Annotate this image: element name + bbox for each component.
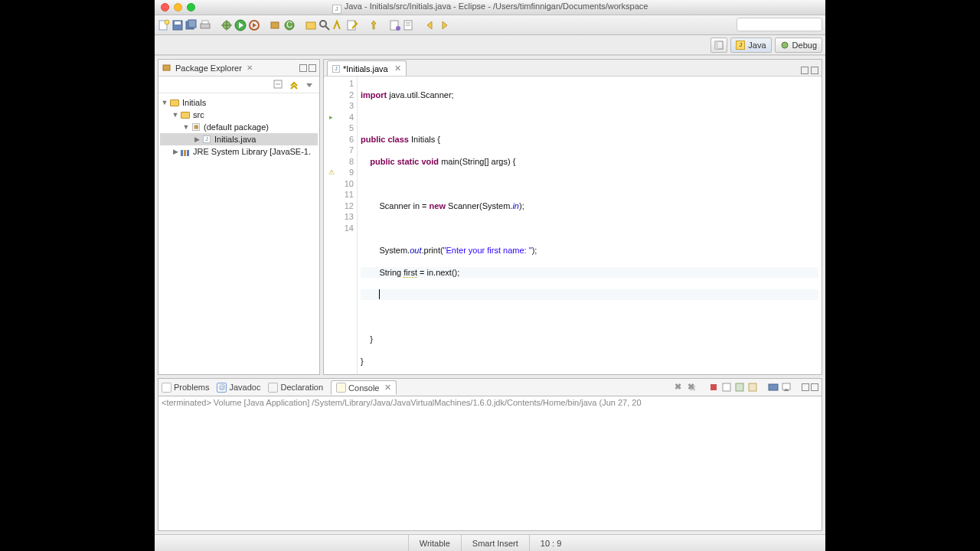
svg-rect-3	[175, 21, 181, 24]
tree-src[interactable]: ▼src	[160, 109, 318, 121]
tree-project[interactable]: ▼Initials	[160, 96, 318, 109]
open-perspective-button[interactable]	[710, 37, 727, 53]
svg-rect-32	[163, 65, 170, 70]
override-marker-icon: ▸	[324, 112, 338, 123]
collapse-all-icon[interactable]	[273, 80, 284, 90]
tree-jre-library[interactable]: ▶JRE System Library [JavaSE-1.	[160, 145, 318, 158]
display-console-icon[interactable]	[768, 382, 779, 393]
svg-rect-37	[723, 383, 730, 391]
warning-marker-icon[interactable]: ⚠	[324, 167, 338, 178]
new-class-icon[interactable]: C	[283, 19, 296, 31]
back-icon[interactable]	[424, 19, 436, 31]
maximize-view-icon[interactable]	[309, 64, 316, 72]
pin-icon[interactable]	[368, 19, 380, 31]
java-file-icon: J	[332, 65, 340, 73]
clear-console-icon[interactable]	[721, 382, 733, 393]
maximize-editor-icon[interactable]	[811, 67, 818, 74]
package-explorer-view: Package Explorer ✕ ▼Initials ▼src ▼▦(def…	[158, 59, 320, 375]
new-package-icon[interactable]	[270, 19, 282, 31]
toggle-mark-icon[interactable]	[332, 19, 345, 31]
package-explorer-header: Package Explorer ✕	[158, 60, 319, 77]
javadoc-tab[interactable]: @Javadoc	[217, 383, 260, 393]
package-explorer-toolbar	[158, 77, 319, 93]
view-menu-icon[interactable]	[304, 80, 315, 90]
workbench: Package Explorer ✕ ▼Initials ▼src ▼▦(def…	[155, 55, 825, 378]
editor-area: J *Initials.java ✕ ▸ ⚠	[323, 59, 822, 375]
svg-rect-6	[201, 24, 210, 28]
bottom-panel: Problems @Javadoc Declaration Console✕ ✖…	[158, 378, 822, 531]
console-toolbar: ✖ ✖	[675, 382, 818, 393]
java-perspective-button[interactable]: JJava	[730, 37, 771, 53]
svg-rect-36	[710, 384, 717, 390]
new-icon[interactable]	[158, 19, 170, 31]
svg-marker-28	[443, 21, 447, 29]
pin-console-icon[interactable]	[747, 382, 759, 393]
remove-all-launches-icon[interactable]: ✖	[688, 382, 699, 393]
text-cursor	[379, 289, 380, 299]
terminate-icon[interactable]	[708, 382, 720, 393]
svg-rect-7	[202, 21, 208, 24]
eclipse-window: JJava - Initials/src/Initials.java - Ecl…	[155, 0, 825, 551]
editor-tab-label: *Initials.java	[343, 64, 388, 73]
status-insert-mode: Smart Insert	[461, 535, 529, 551]
problems-tab[interactable]: Problems	[162, 383, 209, 393]
status-cursor-position: 10 : 9	[529, 535, 573, 551]
quick-access-input[interactable]	[737, 18, 822, 31]
forward-icon[interactable]	[438, 19, 450, 31]
maximize-bottom-icon[interactable]	[811, 383, 818, 391]
open-console-icon[interactable]	[781, 382, 792, 393]
close-console-icon[interactable]: ✕	[384, 383, 391, 393]
debug-perspective-button[interactable]: Debug	[775, 37, 822, 53]
main-toolbar: C	[155, 15, 825, 35]
editor-tab-initials[interactable]: J *Initials.java ✕	[327, 60, 407, 76]
minimize-editor-icon[interactable]	[801, 67, 808, 74]
close-view-icon[interactable]: ✕	[245, 64, 254, 73]
svg-point-23	[396, 26, 400, 31]
annotation-icon[interactable]	[346, 19, 358, 31]
line-numbers: 1234567891011121314	[339, 77, 358, 374]
svg-point-1	[165, 20, 169, 24]
close-tab-icon[interactable]: ✕	[394, 64, 401, 73]
svg-rect-30	[715, 41, 718, 49]
tree-package[interactable]: ▼▦(default package)	[160, 121, 318, 133]
svg-rect-5	[188, 20, 196, 28]
svg-rect-18	[306, 22, 315, 29]
declaration-tab[interactable]: Declaration	[268, 383, 323, 393]
editor-tabs: J *Initials.java ✕	[324, 60, 822, 77]
remove-launch-icon[interactable]: ✖	[675, 382, 686, 393]
task-list-icon[interactable]	[403, 19, 415, 31]
svg-point-31	[782, 42, 788, 48]
console-tab[interactable]: Console✕	[331, 380, 397, 395]
link-editor-icon[interactable]	[289, 80, 299, 90]
declaration-icon	[268, 383, 278, 393]
console-output[interactable]: <terminated> Volume [Java Application] /…	[158, 396, 822, 531]
scroll-lock-icon[interactable]	[734, 382, 746, 393]
svg-marker-27	[427, 21, 432, 29]
tree-file-initials[interactable]: ▶JInitials.java	[160, 133, 318, 145]
svg-rect-40	[769, 384, 778, 390]
svg-rect-41	[782, 383, 790, 390]
project-tree[interactable]: ▼Initials ▼src ▼▦(default package) ▶JIni…	[158, 93, 319, 374]
svg-rect-38	[736, 383, 743, 391]
titlebar: JJava - Initials/src/Initials.java - Ecl…	[155, 0, 825, 15]
save-all-icon[interactable]	[185, 19, 198, 31]
code-editor[interactable]: ▸ ⚠ 1234567891011121314 import java.util…	[324, 77, 822, 374]
debug-icon[interactable]	[220, 19, 233, 31]
svg-marker-35	[306, 83, 312, 87]
svg-text:C: C	[286, 20, 292, 29]
open-type-icon[interactable]	[305, 19, 317, 31]
package-explorer-icon	[162, 63, 172, 73]
search-icon[interactable]	[318, 19, 331, 31]
minimize-bottom-icon[interactable]	[802, 383, 809, 391]
task-icon[interactable]	[389, 19, 401, 31]
code-body[interactable]: import java.util.Scanner; public class I…	[358, 77, 822, 374]
svg-rect-39	[749, 383, 756, 391]
marker-gutter: ▸ ⚠	[324, 77, 339, 374]
console-icon	[336, 383, 346, 393]
print-icon[interactable]	[199, 19, 211, 31]
minimize-view-icon[interactable]	[299, 64, 307, 72]
save-icon[interactable]	[172, 19, 184, 31]
run-icon[interactable]	[234, 19, 247, 31]
run-last-icon[interactable]	[248, 19, 260, 31]
svg-line-20	[325, 26, 329, 30]
